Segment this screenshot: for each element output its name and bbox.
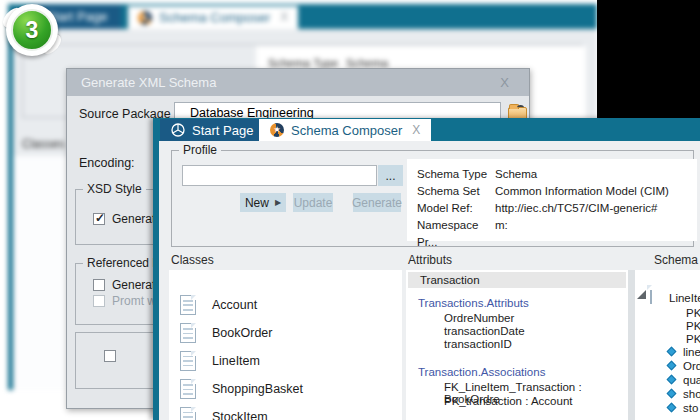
class-document-icon	[180, 407, 196, 420]
info-value: http://iec.ch/TC57/CIM-generic#	[495, 200, 657, 217]
attribute-diamond-icon	[667, 389, 677, 399]
prompt-checkbox[interactable]	[93, 295, 105, 307]
xsd-generate-checkbox[interactable]	[93, 213, 105, 225]
bottom-option-checkbox[interactable]	[104, 350, 116, 362]
attribute-diamond-icon	[667, 403, 677, 413]
redacted-black-region	[597, 0, 700, 118]
class-document-icon	[180, 295, 196, 315]
tab-schema-composer-label: Schema Composer	[291, 123, 402, 138]
tab-start-page-label: Start Page	[192, 123, 253, 138]
class-item-label: ShoppingBasket	[212, 382, 303, 396]
attribute-item[interactable]: transactionID	[444, 338, 512, 350]
background-tab-label: Schema Composer	[159, 6, 270, 29]
schema-tree-item[interactable]: sho	[683, 388, 700, 400]
schema-tree-item[interactable]: Ord	[683, 360, 700, 372]
schema-tree-item[interactable]: qua	[683, 374, 700, 386]
attributes-panel: Transaction Transactions.Attributs Ordre…	[406, 270, 628, 420]
dialog-close-icon[interactable]: X	[500, 69, 509, 96]
schema-document-icon	[650, 285, 652, 304]
step-badge: 3	[5, 3, 59, 57]
attribute-item[interactable]: transactionDate	[444, 325, 525, 337]
panel-divider	[628, 270, 635, 420]
tree-expander-icon[interactable]	[637, 290, 646, 299]
class-item-label: StockItem	[212, 410, 268, 420]
step-number: 3	[11, 9, 53, 51]
menu-arrow-icon: ▶	[275, 198, 281, 207]
info-value: m:	[495, 217, 508, 251]
xsd-style-label: XSD Style	[83, 182, 146, 196]
class-document-icon	[180, 379, 196, 399]
schema-root-node[interactable]: LineItem	[669, 292, 700, 304]
info-label: Schema Set	[417, 183, 495, 200]
class-item-label: Account	[212, 298, 257, 312]
new-button[interactable]: New ▶	[240, 193, 286, 212]
class-item[interactable]: Account	[169, 291, 402, 319]
attributes-column-header: Attributs	[408, 253, 452, 267]
class-item-label: LineItem	[212, 354, 260, 368]
dialog-titlebar: Generate XML Schema	[67, 69, 529, 96]
background-window-border	[8, 29, 13, 390]
update-button[interactable]: Update	[293, 193, 333, 212]
tab-schema-composer[interactable]: Schema Composer X	[259, 119, 431, 141]
info-value: Schema	[495, 166, 537, 183]
attribute-item[interactable]: PK_transaction : Account	[444, 395, 573, 407]
schema-info-panel: Schema Type Schema Schema Set Common Inf…	[407, 159, 697, 241]
schema-composer-icon	[138, 11, 152, 25]
generate-button[interactable]: Generate	[353, 193, 401, 212]
schema-column-header: Schema	[654, 253, 698, 267]
schema-tree-item[interactable]: PK_	[686, 320, 700, 332]
tab-start-page[interactable]: Start Page	[160, 119, 264, 141]
schema-panel: LineItem PK_ PK_ PK_ line Ord qua sho st…	[635, 270, 700, 420]
new-button-label: New	[245, 196, 269, 210]
classes-column-header: Classes	[171, 253, 214, 267]
background-classes-label: Classes	[22, 137, 65, 151]
info-value: Common Information Model (CIM)	[495, 183, 669, 200]
info-label: Model Ref:	[417, 200, 495, 217]
attribute-diamond-icon	[667, 347, 677, 357]
profile-label: Profile	[179, 143, 221, 157]
class-item[interactable]: LineItem	[169, 347, 402, 375]
encoding-label: Encoding:	[79, 156, 135, 170]
start-page-icon	[171, 123, 185, 137]
class-item[interactable]: BookOrder	[169, 319, 402, 347]
browse-profile-button[interactable]: ...	[378, 165, 403, 186]
classes-panel: Account BookOrder LineItem ShoppingBaske…	[169, 270, 402, 420]
profile-input[interactable]	[182, 165, 377, 186]
profile-groupbox: Profile ... New ▶ Update Generate Schema…	[171, 150, 694, 247]
class-document-icon	[180, 323, 196, 343]
class-item-label: BookOrder	[212, 326, 272, 340]
schema-composer-icon	[270, 123, 284, 137]
class-item[interactable]: StockItem	[169, 403, 402, 420]
class-document-icon	[180, 351, 196, 371]
info-label: Schema Type	[417, 166, 495, 183]
attribute-item[interactable]: OrdreNumber	[444, 312, 514, 324]
close-icon[interactable]: X	[280, 6, 288, 29]
background-tab-schema-composer[interactable]: Schema Composer X	[128, 6, 298, 29]
referenced-generate-checkbox[interactable]	[93, 279, 105, 291]
info-label: Namespace Pr...	[417, 217, 495, 251]
info-row: Schema Type Schema	[417, 166, 687, 183]
close-icon[interactable]: X	[412, 123, 420, 137]
attribute-group-title[interactable]: Transaction.Associations	[418, 366, 545, 378]
class-item[interactable]: ShoppingBasket	[169, 375, 402, 403]
attribute-diamond-icon	[667, 361, 677, 371]
info-row: Schema Set Common Information Model (CIM…	[417, 183, 687, 200]
schema-tree-item[interactable]: line	[683, 346, 700, 358]
selected-class-row[interactable]: Transaction	[408, 272, 626, 288]
schema-tree-item[interactable]: sto	[683, 402, 698, 414]
attribute-diamond-icon	[667, 375, 677, 385]
schema-tree-item[interactable]: PK_	[686, 307, 700, 319]
schema-tree-item[interactable]: PK_	[686, 333, 700, 345]
info-row: Model Ref: http://iec.ch/TC57/CIM-generi…	[417, 200, 687, 217]
attribute-group-title[interactable]: Transactions.Attributs	[418, 297, 529, 309]
info-row: Namespace Pr... m:	[417, 217, 687, 251]
schema-composer-window: Start Page Schema Composer X Profile ...…	[153, 118, 700, 420]
